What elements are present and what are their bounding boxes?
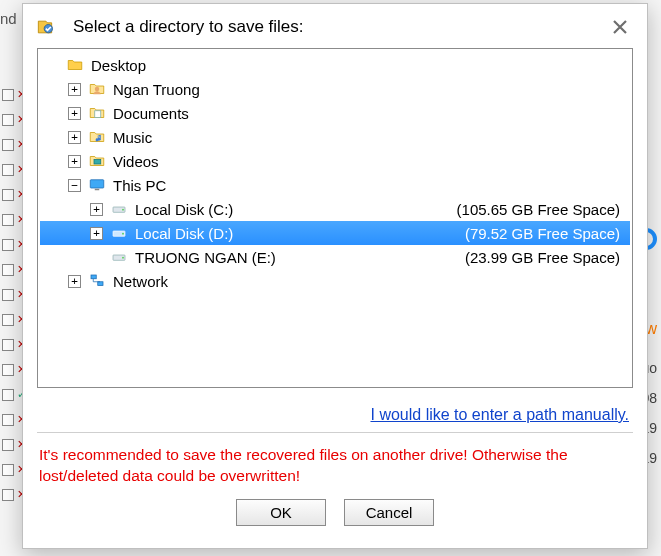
svg-point-9 — [122, 233, 124, 235]
svg-rect-12 — [91, 275, 96, 279]
svg-rect-13 — [98, 282, 103, 286]
drive-icon — [109, 247, 129, 267]
tree-item[interactable]: +Local Disk (D:)(79.52 GB Free Space) — [40, 221, 630, 245]
tree-item-label: Desktop — [91, 57, 146, 74]
expander-none — [90, 251, 103, 264]
manual-path-row: I would like to enter a path manually. — [37, 388, 633, 433]
drive-icon — [109, 223, 129, 243]
ok-button[interactable]: OK — [236, 499, 326, 526]
expander-none — [46, 59, 59, 72]
dialog-header: Select a directory to save files: — [23, 4, 647, 48]
tree-item-label: Ngan Truong — [113, 81, 200, 98]
tree-item[interactable]: −This PC — [40, 173, 630, 197]
manual-path-link[interactable]: I would like to enter a path manually. — [370, 406, 629, 423]
expand-icon[interactable]: + — [90, 203, 103, 216]
tree-item-label: Videos — [113, 153, 159, 170]
expand-icon[interactable]: + — [68, 107, 81, 120]
svg-rect-2 — [95, 111, 101, 118]
free-space-label: (105.65 GB Free Space) — [417, 201, 620, 218]
docs-icon — [87, 103, 107, 123]
tree-item[interactable]: +Documents — [40, 101, 630, 125]
svg-point-1 — [95, 87, 100, 92]
dialog-title: Select a directory to save files: — [73, 17, 595, 37]
tree-item-label: TRUONG NGAN (E:) — [135, 249, 276, 266]
tree-item-label: This PC — [113, 177, 166, 194]
tree-item-desktop[interactable]: Desktop — [40, 53, 630, 77]
network-icon — [87, 271, 107, 291]
overwrite-warning: It's recommended to save the recovered f… — [37, 433, 633, 491]
tree-item[interactable]: +Videos — [40, 149, 630, 173]
cancel-button[interactable]: Cancel — [344, 499, 434, 526]
save-directory-dialog: Select a directory to save files: Deskto… — [22, 3, 648, 549]
expand-icon[interactable]: + — [90, 227, 103, 240]
expand-icon[interactable]: + — [68, 155, 81, 168]
svg-rect-3 — [94, 160, 101, 165]
collapse-icon[interactable]: − — [68, 179, 81, 192]
svg-rect-4 — [90, 180, 104, 188]
svg-point-7 — [122, 209, 124, 211]
tree-item[interactable]: +Music — [40, 125, 630, 149]
svg-rect-5 — [95, 189, 100, 191]
expand-icon[interactable]: + — [68, 275, 81, 288]
tree-item-label: Local Disk (C:) — [135, 201, 233, 218]
free-space-label: (23.99 GB Free Space) — [425, 249, 620, 266]
expand-icon[interactable]: + — [68, 131, 81, 144]
user-icon — [87, 79, 107, 99]
tree-item-label: Network — [113, 273, 168, 290]
folder-icon — [65, 55, 85, 75]
music-icon — [87, 127, 107, 147]
directory-tree[interactable]: Desktop +Ngan Truong+Documents+Music+Vid… — [37, 48, 633, 388]
tree-item-label: Music — [113, 129, 152, 146]
free-space-label: (79.52 GB Free Space) — [425, 225, 620, 242]
tree-item[interactable]: +Network — [40, 269, 630, 293]
drive-icon — [109, 199, 129, 219]
dialog-buttons: OK Cancel — [37, 491, 633, 538]
tree-item-label: Documents — [113, 105, 189, 122]
pc-icon — [87, 175, 107, 195]
tree-item[interactable]: +Local Disk (C:)(105.65 GB Free Space) — [40, 197, 630, 221]
close-button[interactable] — [607, 14, 633, 40]
tree-item-label: Local Disk (D:) — [135, 225, 233, 242]
app-icon — [35, 17, 55, 37]
tree-item[interactable]: +Ngan Truong — [40, 77, 630, 101]
expand-icon[interactable]: + — [68, 83, 81, 96]
videos-icon — [87, 151, 107, 171]
tree-item[interactable]: TRUONG NGAN (E:)(23.99 GB Free Space) — [40, 245, 630, 269]
svg-point-11 — [122, 257, 124, 259]
